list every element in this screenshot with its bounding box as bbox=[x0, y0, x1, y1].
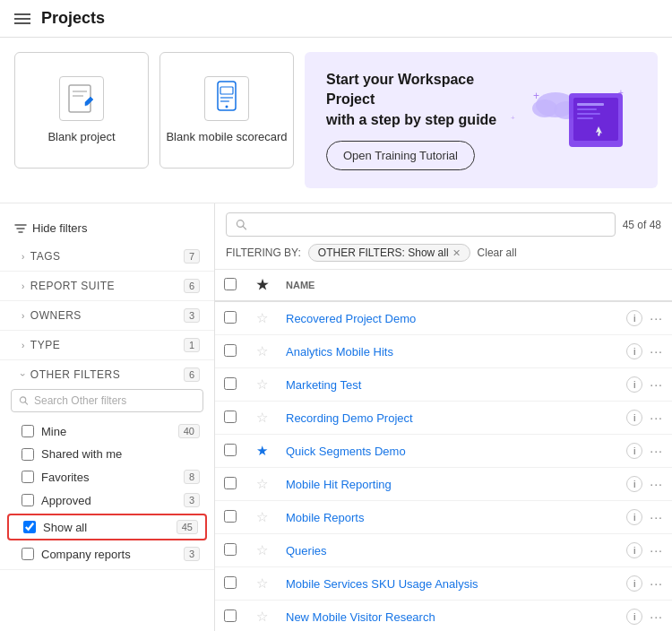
project-name-link[interactable]: Recording Demo Project bbox=[286, 411, 413, 425]
star-icon[interactable]: ☆ bbox=[256, 376, 268, 392]
more-options-icon[interactable]: ··· bbox=[650, 543, 663, 558]
remove-filter-icon[interactable]: ✕ bbox=[452, 247, 461, 259]
show-all-filter-item[interactable]: Show all 45 bbox=[9, 515, 205, 539]
more-options-icon[interactable]: ··· bbox=[650, 377, 663, 392]
row-star-cell[interactable]: ☆ bbox=[247, 368, 277, 402]
row-checkbox[interactable] bbox=[224, 344, 237, 357]
row-checkbox-cell[interactable] bbox=[215, 335, 247, 368]
row-checkbox-cell[interactable] bbox=[215, 534, 247, 567]
row-checkbox[interactable] bbox=[224, 444, 237, 456]
project-name-link[interactable]: Analytics Mobile Hits bbox=[286, 345, 393, 359]
more-options-icon[interactable]: ··· bbox=[650, 609, 663, 624]
active-filter-chip[interactable]: OTHER FILTERS: Show all ✕ bbox=[308, 244, 470, 262]
star-icon[interactable]: ☆ bbox=[256, 509, 268, 524]
project-name-link[interactable]: Marketing Test bbox=[286, 378, 361, 392]
row-checkbox[interactable] bbox=[224, 510, 237, 523]
row-star-cell[interactable]: ☆ bbox=[247, 567, 277, 601]
project-name-link[interactable]: Recovered Project Demo bbox=[286, 312, 416, 325]
report-suite-filter-row[interactable]: › REPORT SUITE 6 bbox=[0, 272, 214, 300]
star-icon[interactable]: ☆ bbox=[256, 343, 268, 359]
project-name-link[interactable]: Mobile Hit Reporting bbox=[286, 478, 392, 491]
row-checkbox[interactable] bbox=[224, 543, 237, 556]
row-checkbox[interactable] bbox=[224, 477, 237, 489]
row-checkbox-cell[interactable] bbox=[215, 368, 247, 402]
project-name-link[interactable]: New Mobile Visitor Research bbox=[286, 610, 435, 624]
row-checkbox-cell[interactable] bbox=[215, 601, 247, 631]
info-icon[interactable]: i bbox=[626, 509, 642, 525]
star-icon[interactable]: ☆ bbox=[256, 609, 268, 624]
select-all-checkbox[interactable] bbox=[224, 278, 237, 290]
info-icon[interactable]: i bbox=[626, 376, 642, 393]
info-icon[interactable]: i bbox=[626, 310, 642, 326]
row-checkbox-cell[interactable] bbox=[215, 301, 247, 335]
tags-filter-row[interactable]: › TAGS 7 bbox=[0, 242, 214, 271]
open-training-button[interactable]: Open Training Tutorial bbox=[326, 141, 475, 170]
project-name-link[interactable]: Mobile Reports bbox=[286, 511, 364, 524]
project-name-link[interactable]: Mobile Services SKU Usage Analysis bbox=[286, 577, 478, 591]
mine-filter-item[interactable]: Mine 40 bbox=[0, 419, 214, 443]
star-icon[interactable]: ☆ bbox=[256, 476, 268, 491]
info-icon[interactable]: i bbox=[626, 476, 642, 492]
more-options-icon[interactable]: ··· bbox=[650, 510, 663, 524]
info-icon[interactable]: i bbox=[626, 542, 642, 558]
approved-filter-item[interactable]: Approved 3 bbox=[0, 488, 214, 512]
shared-filter-item[interactable]: Shared with me bbox=[0, 443, 214, 465]
row-checkbox-cell[interactable] bbox=[215, 567, 247, 601]
row-star-cell[interactable]: ☆ bbox=[247, 501, 277, 534]
star-icon[interactable]: ☆ bbox=[256, 310, 268, 325]
row-checkbox[interactable] bbox=[224, 576, 237, 589]
row-star-cell[interactable]: ★ bbox=[247, 435, 277, 468]
row-star-cell[interactable]: ☆ bbox=[247, 301, 277, 335]
star-icon[interactable]: ☆ bbox=[256, 410, 268, 425]
row-checkbox-cell[interactable] bbox=[215, 435, 247, 468]
star-icon[interactable]: ☆ bbox=[256, 575, 268, 591]
more-options-icon[interactable]: ··· bbox=[650, 344, 663, 359]
favorites-filter-item[interactable]: Favorites 8 bbox=[0, 465, 214, 488]
search-projects-input[interactable] bbox=[252, 218, 605, 231]
row-star-cell[interactable]: ☆ bbox=[247, 335, 277, 368]
row-checkbox[interactable] bbox=[224, 311, 237, 324]
company-reports-filter-item[interactable]: Company reports 3 bbox=[0, 542, 214, 566]
favorites-checkbox[interactable] bbox=[22, 471, 34, 483]
search-other-filters-input[interactable] bbox=[34, 394, 195, 407]
more-options-icon[interactable]: ··· bbox=[650, 411, 663, 425]
star-icon[interactable]: ★ bbox=[256, 443, 268, 458]
table-row: ☆ New Mobile Visitor Research i ··· bbox=[215, 601, 672, 631]
project-name-link[interactable]: Queries bbox=[286, 544, 327, 558]
hide-filters-btn[interactable]: Hide filters bbox=[0, 214, 214, 242]
row-checkbox-cell[interactable] bbox=[215, 468, 247, 501]
owners-filter-row[interactable]: › OWNERS 3 bbox=[0, 301, 214, 330]
clear-all-link[interactable]: Clear all bbox=[478, 246, 517, 259]
type-filter-row[interactable]: › TYPE 1 bbox=[0, 331, 214, 359]
approved-checkbox[interactable] bbox=[22, 494, 34, 506]
more-options-icon[interactable]: ··· bbox=[650, 444, 663, 458]
info-icon[interactable]: i bbox=[626, 410, 642, 426]
row-star-cell[interactable]: ☆ bbox=[247, 468, 277, 501]
more-options-icon[interactable]: ··· bbox=[650, 477, 663, 491]
info-icon[interactable]: i bbox=[626, 443, 642, 459]
other-filters-row[interactable]: › OTHER FILTERS 6 bbox=[0, 360, 214, 385]
svg-point-9 bbox=[532, 99, 557, 117]
row-checkbox[interactable] bbox=[224, 411, 237, 423]
show-all-checkbox[interactable] bbox=[23, 521, 36, 533]
more-options-icon[interactable]: ··· bbox=[650, 311, 663, 325]
row-star-cell[interactable]: ☆ bbox=[247, 534, 277, 567]
more-options-icon[interactable]: ··· bbox=[650, 576, 663, 591]
mine-checkbox[interactable] bbox=[22, 425, 34, 437]
row-star-cell[interactable]: ☆ bbox=[247, 601, 277, 631]
row-checkbox-cell[interactable] bbox=[215, 402, 247, 435]
project-name-link[interactable]: Quick Segments Demo bbox=[286, 445, 406, 458]
row-star-cell[interactable]: ☆ bbox=[247, 402, 277, 435]
blank-mobile-card[interactable]: Blank mobile scorecard bbox=[159, 52, 294, 169]
star-icon[interactable]: ☆ bbox=[256, 542, 268, 558]
company-reports-checkbox[interactable] bbox=[22, 548, 34, 560]
blank-project-card[interactable]: Blank project bbox=[14, 52, 149, 169]
row-checkbox[interactable] bbox=[224, 609, 237, 622]
info-icon[interactable]: i bbox=[626, 575, 642, 592]
info-icon[interactable]: i bbox=[626, 343, 642, 359]
row-checkbox-cell[interactable] bbox=[215, 501, 247, 534]
menu-icon[interactable] bbox=[14, 13, 30, 24]
info-icon[interactable]: i bbox=[626, 609, 642, 625]
row-checkbox[interactable] bbox=[224, 377, 237, 390]
shared-checkbox[interactable] bbox=[22, 448, 34, 461]
